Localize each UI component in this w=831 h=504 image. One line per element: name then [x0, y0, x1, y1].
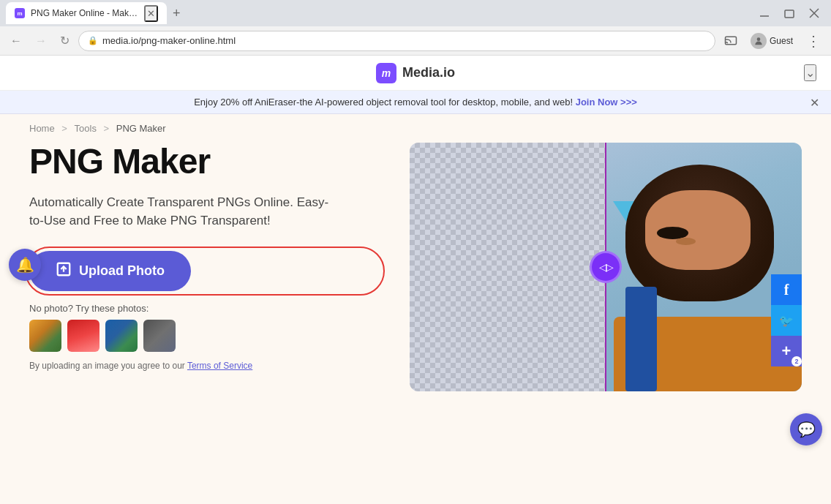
chat-icon: 💬 — [797, 421, 816, 438]
profile-icon — [751, 33, 767, 49]
person-strap — [625, 287, 657, 391]
facebook-button[interactable]: f — [771, 274, 802, 305]
share-count: 2 — [791, 356, 802, 366]
new-tab-button[interactable]: + — [167, 3, 187, 24]
sample-thumbs — [29, 320, 380, 352]
cast-button[interactable] — [720, 30, 742, 52]
address-bar[interactable]: 🔒 media.io/png-maker-online.html — [78, 31, 715, 51]
site-header: m Media.io ⌄ — [0, 56, 831, 91]
social-sidebar: f 🐦 + 2 — [771, 274, 802, 366]
divider-handle[interactable]: ◁▷ — [590, 251, 622, 283]
promo-banner: Enjoy 20% off AniEraser-the AI-powered o… — [0, 91, 831, 114]
share-plus-button[interactable]: + 2 — [771, 336, 802, 366]
nav-actions: Guest ⋮ — [720, 29, 825, 53]
twitter-icon: 🐦 — [779, 314, 794, 328]
sample-thumb-3[interactable] — [105, 320, 138, 352]
right-panel: ◁▷ f 🐦 + 2 — [410, 143, 802, 391]
header-chevron-button[interactable]: ⌄ — [804, 64, 816, 81]
facebook-icon: f — [784, 282, 789, 298]
reload-button[interactable]: ↻ — [56, 31, 74, 50]
sample-thumb-2[interactable] — [67, 320, 99, 352]
page-content: Home > Tools > PNG Maker PNG Maker Autom… — [0, 114, 831, 504]
main-area: PNG Maker Automatically Create Transpare… — [0, 143, 831, 504]
logo-icon: m — [376, 63, 396, 83]
promo-text: Enjoy 20% off AniEraser-the AI-powered o… — [194, 97, 573, 108]
tab-title: PNG Maker Online - Make JPG... — [31, 8, 138, 18]
sample-label: No photo? Try these photos: — [29, 303, 380, 314]
lock-icon: 🔒 — [88, 36, 98, 45]
tab-bar: m PNG Maker Online - Make JPG... ✕ + — [6, 2, 748, 24]
close-window-button[interactable] — [803, 5, 825, 21]
maximize-button[interactable] — [778, 5, 800, 21]
terms-text: By uploading an image you agree to our T… — [29, 361, 380, 371]
promo-link[interactable]: Join Now >>> — [576, 97, 637, 108]
upload-btn-label: Upload Photo — [79, 263, 165, 279]
plus-icon: + — [782, 342, 791, 361]
sample-photos: No photo? Try these photos: — [29, 303, 380, 352]
bell-icon: 🔔 — [16, 256, 34, 274]
breadcrumb-home[interactable]: Home — [29, 123, 55, 134]
page-description: Automatically Create Transparent PNGs On… — [29, 193, 336, 230]
twitter-button[interactable]: 🐦 — [771, 305, 802, 336]
window-controls — [753, 5, 825, 21]
upload-icon — [56, 261, 72, 281]
logo-text: Media.io — [402, 65, 455, 80]
transparent-bg — [410, 143, 606, 391]
svg-point-5 — [757, 37, 761, 41]
image-container: ◁▷ — [410, 143, 802, 391]
active-tab[interactable]: m PNG Maker Online - Make JPG... ✕ — [6, 2, 167, 24]
breadcrumb: Home > Tools > PNG Maker — [0, 114, 831, 143]
breadcrumb-current: PNG Maker — [116, 123, 166, 134]
page-title: PNG Maker — [29, 143, 380, 181]
terms-link[interactable]: Terms of Service — [187, 361, 252, 371]
profile-button[interactable]: Guest — [746, 31, 797, 50]
breadcrumb-tools[interactable]: Tools — [75, 123, 97, 134]
notification-bell[interactable]: 🔔 — [9, 249, 41, 281]
browser-frame: m PNG Maker Online - Make JPG... ✕ + ← →… — [0, 0, 831, 504]
chat-button[interactable]: 💬 — [790, 413, 822, 445]
back-button[interactable]: ← — [6, 31, 26, 50]
banner-close-button[interactable]: ✕ — [810, 95, 819, 109]
profile-name: Guest — [770, 36, 793, 46]
sample-thumb-1[interactable] — [29, 320, 61, 352]
more-button[interactable]: ⋮ — [802, 29, 825, 53]
title-bar: m PNG Maker Online - Make JPG... ✕ + — [0, 0, 831, 26]
nav-bar: ← → ↻ 🔒 media.io/png-maker-online.html G… — [0, 26, 831, 56]
upload-photo-button[interactable]: Upload Photo — [29, 251, 191, 291]
svg-rect-1 — [785, 10, 794, 18]
minimize-button[interactable] — [753, 5, 775, 21]
tab-close-button[interactable]: ✕ — [144, 5, 158, 22]
left-panel: PNG Maker Automatically Create Transpare… — [29, 143, 380, 371]
tab-favicon: m — [15, 8, 25, 18]
forward-button[interactable]: → — [31, 31, 51, 50]
compare-arrows-icon: ◁▷ — [599, 261, 612, 273]
site-logo: m Media.io — [376, 63, 455, 83]
url-text: media.io/png-maker-online.html — [102, 35, 706, 46]
sample-thumb-4[interactable] — [143, 320, 176, 352]
upload-btn-wrapper: Upload Photo — [29, 251, 380, 291]
